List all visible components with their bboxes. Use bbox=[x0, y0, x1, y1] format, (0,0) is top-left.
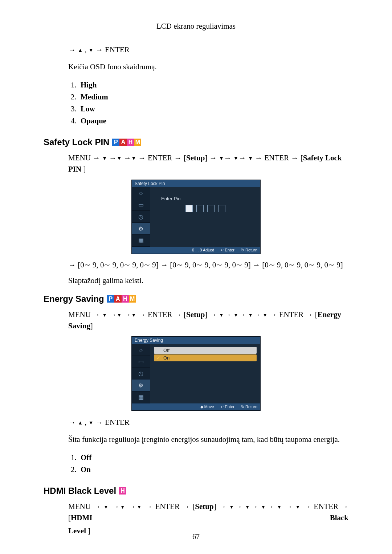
badge-group: H bbox=[119, 487, 126, 495]
osd-time-icon: ◷ bbox=[132, 368, 150, 379]
badge-h-icon: H bbox=[127, 139, 134, 146]
enter-label: ENTER bbox=[265, 153, 289, 162]
pin-box-icon bbox=[218, 205, 225, 212]
osd-title: Energy Saving bbox=[132, 337, 260, 344]
hdmi-black-label-1: HDMI Black bbox=[71, 513, 348, 522]
pin-change-desc: Slaptažodį galima keisti. bbox=[68, 276, 348, 285]
setup-label: Setup bbox=[195, 502, 213, 511]
page-number: 67 bbox=[0, 533, 392, 541]
osd-picture-icon: ☼ bbox=[132, 344, 150, 356]
osd-body: ☼ ▭ ◷ ⚙ ▦ Off ✔ On bbox=[132, 344, 260, 403]
pin-sequence-text: → [0∼ 9, 0∼ 9, 0∼ 9, 0∼ 9] → [0∼ 9, 0∼ 9… bbox=[68, 260, 348, 270]
triangle-up-icon bbox=[78, 418, 83, 427]
menu-label: MENU → bbox=[68, 153, 102, 162]
badge-p-icon: P bbox=[112, 139, 119, 146]
menu-path-hdmi: MENU → → → → ENTER → [Setup] → → → → → →… bbox=[68, 501, 348, 524]
osd-main: Enter Pin bbox=[150, 187, 260, 247]
osd-option-on: ✔ On bbox=[154, 354, 257, 361]
osd-footer-move: ◆ Move bbox=[200, 405, 214, 409]
pin-box-icon bbox=[207, 205, 215, 212]
osd-footer-adjust: 0 . . 9 Adjust bbox=[192, 248, 214, 253]
triangle-down-icon bbox=[131, 310, 136, 319]
badge-h-icon: H bbox=[119, 487, 126, 495]
badge-m-icon: M bbox=[134, 139, 141, 146]
badge-a-icon: A bbox=[114, 295, 122, 303]
menu-path-energy: MENU → → → → ENTER → [Setup] → → → → → E… bbox=[68, 309, 348, 332]
osd-footer: 0 . . 9 Adjust ↵ Enter ↻ Return bbox=[132, 247, 260, 254]
safety-lock-pin-label: Safety Lock PIN bbox=[68, 153, 342, 174]
menu-label: MENU → bbox=[68, 502, 103, 511]
osd-main: Off ✔ On bbox=[150, 344, 260, 403]
badge-a-icon: A bbox=[119, 139, 127, 146]
triangle-down-icon bbox=[219, 153, 224, 162]
option-label: Off bbox=[163, 348, 170, 353]
enter-pin-label: Enter Pin bbox=[161, 196, 257, 201]
triangle-down-icon bbox=[119, 502, 126, 511]
triangle-down-icon bbox=[248, 310, 253, 319]
osd-footer: ◆ Move ↵ Enter ↻ Return bbox=[132, 403, 260, 410]
page: LCD ekrano reguliavimas → , → ENTER Keič… bbox=[0, 0, 392, 554]
check-icon: ✔ bbox=[156, 355, 160, 361]
intro-desc: Keičia OSD fono skaidrumą. bbox=[68, 62, 348, 72]
osd-title: Safety Lock Pin bbox=[132, 180, 260, 187]
triangle-down-icon bbox=[261, 502, 267, 511]
enter-label: ENTER bbox=[148, 310, 172, 319]
badge-group: P A H M bbox=[107, 295, 136, 303]
osd-picture-icon: ☼ bbox=[132, 187, 150, 199]
pin-box-icon bbox=[185, 205, 193, 212]
osd-footer-return: ↻ Return bbox=[241, 248, 257, 253]
triangle-down-icon bbox=[131, 153, 136, 162]
triangle-down-icon bbox=[102, 153, 107, 162]
list-item: High bbox=[78, 79, 348, 91]
triangle-down-icon bbox=[295, 502, 301, 511]
enter-label: ENTER bbox=[105, 418, 130, 427]
option-label: Medium bbox=[81, 93, 108, 101]
list-item: Off bbox=[78, 452, 348, 464]
menu-label: MENU → bbox=[68, 310, 102, 319]
osd-input-icon: ▭ bbox=[132, 199, 150, 211]
badge-h-icon: H bbox=[122, 295, 129, 303]
osd-sidebar: ☼ ▭ ◷ ⚙ ▦ bbox=[132, 187, 150, 247]
nav-path-intro: → , → ENTER bbox=[68, 45, 348, 55]
intro-options-list: High Medium Low Opaque bbox=[68, 79, 348, 127]
option-label: On bbox=[163, 355, 170, 361]
triangle-down-icon bbox=[89, 418, 94, 427]
triangle-down-icon bbox=[117, 310, 122, 319]
osd-screenshot-energy: Energy Saving ☼ ▭ ◷ ⚙ ▦ Off ✔ On ◆ bbox=[131, 336, 261, 411]
separator-text: , bbox=[83, 45, 89, 54]
list-item: On bbox=[78, 464, 348, 476]
option-label: Off bbox=[81, 453, 91, 462]
badge-group: P A H M bbox=[112, 139, 141, 146]
arrow-text: → bbox=[94, 45, 105, 54]
triangle-down-icon bbox=[248, 153, 253, 162]
arrow-text: → bbox=[68, 418, 78, 427]
triangle-down-icon bbox=[262, 310, 268, 319]
triangle-down-icon bbox=[229, 502, 235, 511]
energy-desc: Šita funkcija reguliuoja įrenginio energ… bbox=[68, 434, 348, 445]
menu-path-safety: MENU → → → → ENTER → [Setup] → → → → ENT… bbox=[68, 152, 348, 175]
setup-label: Setup bbox=[186, 153, 205, 162]
footer-rule bbox=[44, 530, 348, 530]
osd-setup-icon: ⚙ bbox=[132, 223, 150, 235]
osd-option-off: Off bbox=[154, 347, 257, 354]
option-label: On bbox=[81, 465, 91, 474]
osd-footer-return: ↻ Return bbox=[241, 405, 257, 409]
arrow-icon: → bbox=[68, 45, 78, 54]
badge-p-icon: P bbox=[107, 295, 114, 303]
list-item: Medium bbox=[78, 91, 348, 103]
osd-screenshot-safety: Safety Lock Pin ☼ ▭ ◷ ⚙ ▦ Enter Pin 0 . bbox=[131, 180, 261, 254]
heading-text: HDMI Black Level bbox=[44, 486, 116, 496]
page-title: LCD ekrano reguliavimas bbox=[44, 22, 348, 31]
option-label: High bbox=[81, 81, 97, 89]
list-item: Low bbox=[78, 103, 348, 115]
triangle-down-icon bbox=[233, 310, 238, 319]
triangle-up-icon bbox=[78, 45, 83, 54]
osd-multi-icon: ▦ bbox=[132, 391, 150, 403]
separator-text: , bbox=[83, 418, 89, 427]
osd-input-icon: ▭ bbox=[132, 356, 150, 368]
osd-time-icon: ◷ bbox=[132, 211, 150, 223]
setup-label: Setup bbox=[186, 310, 205, 319]
heading-safety-lock-pin: Safety Lock PIN P A H M bbox=[44, 137, 348, 147]
energy-options-list: Off On bbox=[68, 452, 348, 476]
enter-label: ENTER bbox=[155, 502, 180, 511]
